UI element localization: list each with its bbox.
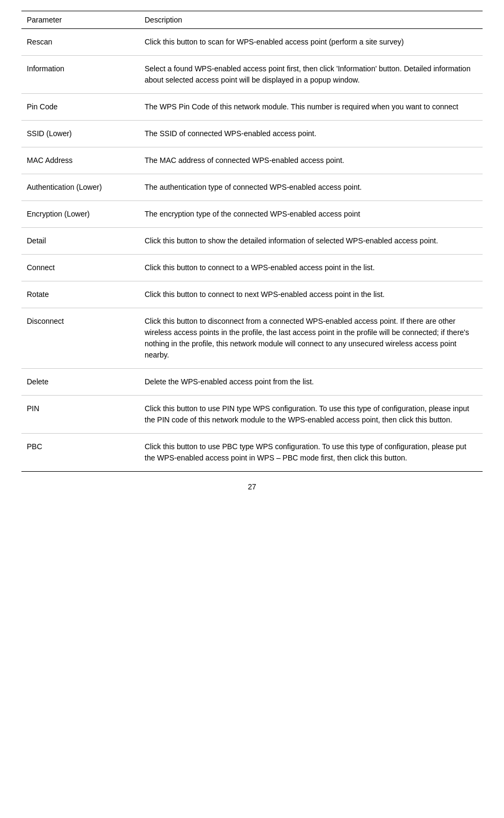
parameter-cell: PIN xyxy=(21,396,139,434)
table-row: PBCClick this button to use PBC type WPS… xyxy=(21,434,483,472)
table-row: ConnectClick this button to connect to a… xyxy=(21,255,483,281)
parameter-cell: SSID (Lower) xyxy=(21,121,139,147)
parameter-cell: Encryption (Lower) xyxy=(21,201,139,228)
parameter-cell: Pin Code xyxy=(21,94,139,121)
table-row: Authentication (Lower)The authentication… xyxy=(21,174,483,201)
description-cell: The MAC address of connected WPS-enabled… xyxy=(139,147,483,174)
table-row: DeleteDelete the WPS-enabled access poin… xyxy=(21,369,483,396)
description-cell: Click this button to use PBC type WPS co… xyxy=(139,434,483,472)
table-row: DetailClick this button to show the deta… xyxy=(21,228,483,255)
description-cell: The WPS Pin Code of this network module.… xyxy=(139,94,483,121)
page-number: 27 xyxy=(21,482,483,491)
table-row: Pin CodeThe WPS Pin Code of this network… xyxy=(21,94,483,121)
table-row: InformationSelect a found WPS-enabled ac… xyxy=(21,56,483,94)
description-cell: Click this button to connect to next WPS… xyxy=(139,281,483,308)
table-row: DisconnectClick this button to disconnec… xyxy=(21,308,483,369)
parameter-cell: PBC xyxy=(21,434,139,472)
description-cell: Select a found WPS-enabled access point … xyxy=(139,56,483,94)
parameter-cell: Connect xyxy=(21,255,139,281)
description-cell: The encryption type of the connected WPS… xyxy=(139,201,483,228)
table-row: RotateClick this button to connect to ne… xyxy=(21,281,483,308)
description-cell: The authentication type of connected WPS… xyxy=(139,174,483,201)
description-cell: Click this button to disconnect from a c… xyxy=(139,308,483,369)
table-row: RescanClick this button to scan for WPS-… xyxy=(21,29,483,56)
description-cell: Click this button to use PIN type WPS co… xyxy=(139,396,483,434)
page-container: Parameter Description RescanClick this b… xyxy=(0,0,504,818)
description-cell: Click this button to connect to a WPS-en… xyxy=(139,255,483,281)
parameter-cell: MAC Address xyxy=(21,147,139,174)
table-row: SSID (Lower)The SSID of connected WPS-en… xyxy=(21,121,483,147)
parameter-cell: Information xyxy=(21,56,139,94)
parameter-table: Parameter Description RescanClick this b… xyxy=(21,11,483,472)
header-description: Description xyxy=(139,11,483,29)
parameter-cell: Rescan xyxy=(21,29,139,56)
parameter-cell: Delete xyxy=(21,369,139,396)
parameter-cell: Disconnect xyxy=(21,308,139,369)
parameter-cell: Detail xyxy=(21,228,139,255)
table-row: PINClick this button to use PIN type WPS… xyxy=(21,396,483,434)
description-cell: Delete the WPS-enabled access point from… xyxy=(139,369,483,396)
description-cell: Click this button to scan for WPS-enable… xyxy=(139,29,483,56)
table-row: MAC AddressThe MAC address of connected … xyxy=(21,147,483,174)
description-cell: Click this button to show the detailed i… xyxy=(139,228,483,255)
header-parameter: Parameter xyxy=(21,11,139,29)
description-cell: The SSID of connected WPS-enabled access… xyxy=(139,121,483,147)
table-header-row: Parameter Description xyxy=(21,11,483,29)
table-row: Encryption (Lower)The encryption type of… xyxy=(21,201,483,228)
parameter-cell: Rotate xyxy=(21,281,139,308)
parameter-cell: Authentication (Lower) xyxy=(21,174,139,201)
